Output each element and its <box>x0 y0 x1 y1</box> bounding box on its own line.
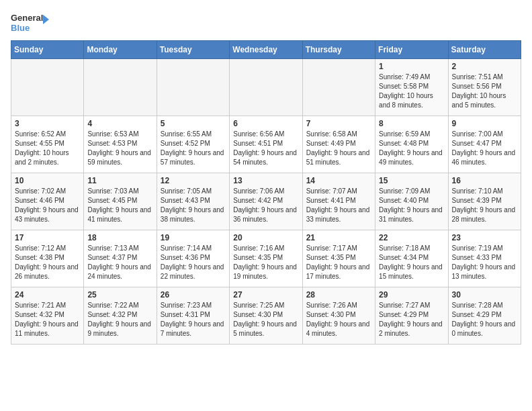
calendar-cell: 4Sunrise: 6:53 AM Sunset: 4:53 PM Daylig… <box>84 116 157 173</box>
day-info: Sunrise: 7:07 AM Sunset: 4:41 PM Dayligh… <box>306 187 371 224</box>
calendar-cell: 19Sunrise: 7:14 AM Sunset: 4:36 PM Dayli… <box>157 230 229 287</box>
day-number: 27 <box>233 290 298 300</box>
day-info: Sunrise: 7:14 AM Sunset: 4:36 PM Dayligh… <box>161 244 226 281</box>
calendar-header-friday: Friday <box>375 41 448 59</box>
calendar-cell: 20Sunrise: 7:16 AM Sunset: 4:35 PM Dayli… <box>230 230 302 287</box>
day-number: 22 <box>379 233 444 242</box>
calendar-cell: 5Sunrise: 6:55 AM Sunset: 4:52 PM Daylig… <box>157 116 229 173</box>
day-number: 24 <box>15 290 80 300</box>
day-number: 28 <box>306 290 371 300</box>
calendar-cell: 13Sunrise: 7:06 AM Sunset: 4:42 PM Dayli… <box>230 173 302 230</box>
calendar-cell: 16Sunrise: 7:10 AM Sunset: 4:39 PM Dayli… <box>448 173 521 230</box>
day-info: Sunrise: 6:52 AM Sunset: 4:55 PM Dayligh… <box>15 130 80 167</box>
day-number: 1 <box>379 62 444 71</box>
day-number: 13 <box>233 176 298 185</box>
calendar-cell <box>11 59 84 116</box>
day-info: Sunrise: 7:12 AM Sunset: 4:38 PM Dayligh… <box>15 244 80 281</box>
calendar-cell: 21Sunrise: 7:17 AM Sunset: 4:35 PM Dayli… <box>302 230 375 287</box>
day-info: Sunrise: 7:02 AM Sunset: 4:46 PM Dayligh… <box>15 187 80 224</box>
calendar-cell: 14Sunrise: 7:07 AM Sunset: 4:41 PM Dayli… <box>302 173 375 230</box>
calendar-header-wednesday: Wednesday <box>230 41 302 59</box>
day-info: Sunrise: 7:49 AM Sunset: 5:58 PM Dayligh… <box>379 73 444 110</box>
day-number: 10 <box>15 176 80 185</box>
calendar-week-row: 24Sunrise: 7:21 AM Sunset: 4:32 PM Dayli… <box>11 287 521 345</box>
calendar-header-tuesday: Tuesday <box>157 41 229 59</box>
day-number: 20 <box>233 233 298 242</box>
day-info: Sunrise: 7:22 AM Sunset: 4:32 PM Dayligh… <box>87 301 152 338</box>
day-info: Sunrise: 7:09 AM Sunset: 4:40 PM Dayligh… <box>379 187 444 224</box>
day-number: 4 <box>87 119 152 128</box>
calendar-cell: 28Sunrise: 7:26 AM Sunset: 4:30 PM Dayli… <box>302 287 375 345</box>
day-number: 18 <box>87 233 152 242</box>
calendar-cell: 15Sunrise: 7:09 AM Sunset: 4:40 PM Dayli… <box>375 173 448 230</box>
day-info: Sunrise: 7:25 AM Sunset: 4:30 PM Dayligh… <box>233 301 298 338</box>
day-info: Sunrise: 7:21 AM Sunset: 4:32 PM Dayligh… <box>15 301 80 338</box>
day-number: 9 <box>452 119 517 128</box>
calendar-cell: 8Sunrise: 6:59 AM Sunset: 4:48 PM Daylig… <box>375 116 448 173</box>
day-info: Sunrise: 7:10 AM Sunset: 4:39 PM Dayligh… <box>452 187 517 224</box>
calendar-header-thursday: Thursday <box>302 41 375 59</box>
day-info: Sunrise: 7:00 AM Sunset: 4:47 PM Dayligh… <box>452 130 517 167</box>
calendar-cell: 2Sunrise: 7:51 AM Sunset: 5:56 PM Daylig… <box>448 59 521 116</box>
calendar-cell: 29Sunrise: 7:27 AM Sunset: 4:29 PM Dayli… <box>375 287 448 345</box>
calendar-cell: 25Sunrise: 7:22 AM Sunset: 4:32 PM Dayli… <box>84 287 157 345</box>
day-number: 26 <box>161 290 226 300</box>
calendar-cell: 9Sunrise: 7:00 AM Sunset: 4:47 PM Daylig… <box>448 116 521 173</box>
calendar-cell: 23Sunrise: 7:19 AM Sunset: 4:33 PM Dayli… <box>448 230 521 287</box>
calendar-week-row: 3Sunrise: 6:52 AM Sunset: 4:55 PM Daylig… <box>11 116 521 173</box>
calendar-cell: 6Sunrise: 6:56 AM Sunset: 4:51 PM Daylig… <box>230 116 302 173</box>
day-number: 11 <box>87 176 152 185</box>
day-info: Sunrise: 6:56 AM Sunset: 4:51 PM Dayligh… <box>233 130 298 167</box>
day-info: Sunrise: 7:51 AM Sunset: 5:56 PM Dayligh… <box>452 73 517 110</box>
day-number: 25 <box>87 290 152 300</box>
calendar-cell: 10Sunrise: 7:02 AM Sunset: 4:46 PM Dayli… <box>11 173 84 230</box>
calendar-header-row: SundayMondayTuesdayWednesdayThursdayFrid… <box>11 41 521 59</box>
svg-marker-2 <box>43 15 49 24</box>
calendar-cell: 24Sunrise: 7:21 AM Sunset: 4:32 PM Dayli… <box>11 287 84 345</box>
day-number: 29 <box>379 290 444 300</box>
day-number: 30 <box>452 290 517 300</box>
day-number: 21 <box>306 233 371 242</box>
logo-svg: General Blue <box>11 11 51 35</box>
svg-text:Blue: Blue <box>11 23 30 33</box>
day-info: Sunrise: 7:05 AM Sunset: 4:43 PM Dayligh… <box>161 187 226 224</box>
calendar-cell: 11Sunrise: 7:03 AM Sunset: 4:45 PM Dayli… <box>84 173 157 230</box>
calendar-cell <box>157 59 229 116</box>
header: General Blue <box>11 11 521 35</box>
calendar-header-sunday: Sunday <box>11 41 84 59</box>
day-number: 15 <box>379 176 444 185</box>
calendar-cell <box>84 59 157 116</box>
calendar-cell: 22Sunrise: 7:18 AM Sunset: 4:34 PM Dayli… <box>375 230 448 287</box>
calendar-header-monday: Monday <box>84 41 157 59</box>
day-number: 6 <box>233 119 298 128</box>
calendar-header-saturday: Saturday <box>448 41 521 59</box>
calendar-cell: 3Sunrise: 6:52 AM Sunset: 4:55 PM Daylig… <box>11 116 84 173</box>
calendar-cell: 30Sunrise: 7:28 AM Sunset: 4:29 PM Dayli… <box>448 287 521 345</box>
calendar-week-row: 10Sunrise: 7:02 AM Sunset: 4:46 PM Dayli… <box>11 173 521 230</box>
day-number: 5 <box>161 119 226 128</box>
day-info: Sunrise: 7:03 AM Sunset: 4:45 PM Dayligh… <box>87 187 152 224</box>
day-number: 16 <box>452 176 517 185</box>
day-number: 12 <box>161 176 226 185</box>
logo: General Blue <box>11 11 51 35</box>
day-number: 2 <box>452 62 517 71</box>
calendar-cell: 27Sunrise: 7:25 AM Sunset: 4:30 PM Dayli… <box>230 287 302 345</box>
calendar-week-row: 1Sunrise: 7:49 AM Sunset: 5:58 PM Daylig… <box>11 59 521 116</box>
day-info: Sunrise: 6:59 AM Sunset: 4:48 PM Dayligh… <box>379 130 444 167</box>
calendar-cell: 17Sunrise: 7:12 AM Sunset: 4:38 PM Dayli… <box>11 230 84 287</box>
calendar-cell: 7Sunrise: 6:58 AM Sunset: 4:49 PM Daylig… <box>302 116 375 173</box>
day-info: Sunrise: 6:53 AM Sunset: 4:53 PM Dayligh… <box>87 130 152 167</box>
day-info: Sunrise: 6:58 AM Sunset: 4:49 PM Dayligh… <box>306 130 371 167</box>
day-info: Sunrise: 7:27 AM Sunset: 4:29 PM Dayligh… <box>379 301 444 338</box>
day-info: Sunrise: 6:55 AM Sunset: 4:52 PM Dayligh… <box>161 130 226 167</box>
svg-text:General: General <box>11 13 43 23</box>
day-info: Sunrise: 7:26 AM Sunset: 4:30 PM Dayligh… <box>306 301 371 338</box>
day-info: Sunrise: 7:06 AM Sunset: 4:42 PM Dayligh… <box>233 187 298 224</box>
day-number: 8 <box>379 119 444 128</box>
calendar-cell: 1Sunrise: 7:49 AM Sunset: 5:58 PM Daylig… <box>375 59 448 116</box>
day-number: 7 <box>306 119 371 128</box>
day-number: 17 <box>15 233 80 242</box>
calendar-cell <box>230 59 302 116</box>
day-info: Sunrise: 7:17 AM Sunset: 4:35 PM Dayligh… <box>306 244 371 281</box>
day-info: Sunrise: 7:28 AM Sunset: 4:29 PM Dayligh… <box>452 301 517 338</box>
